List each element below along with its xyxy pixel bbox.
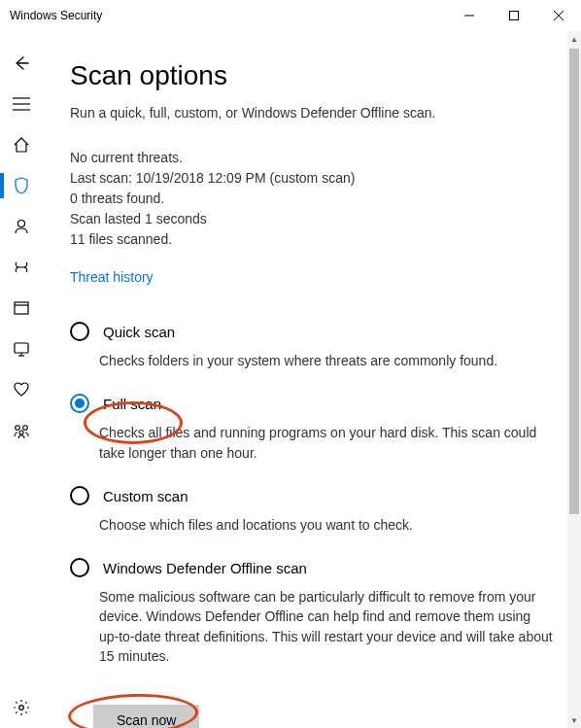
sidebar-item-app-browser[interactable]	[0, 288, 43, 329]
status-block: No current threats. Last scan: 10/19/201…	[70, 148, 554, 250]
option-label: Quick scan	[103, 322, 554, 343]
status-threats-found: 0 threats found.	[70, 189, 554, 209]
window-title: Windows Security	[10, 9, 102, 22]
sidebar-item-device-health[interactable]	[0, 369, 43, 410]
scrollbar[interactable]: ▲ ▼	[567, 31, 581, 728]
page-subtitle: Run a quick, full, custom, or Windows De…	[70, 105, 554, 121]
svg-point-15	[16, 426, 20, 431]
sidebar-item-home[interactable]	[0, 124, 43, 165]
back-button[interactable]	[0, 43, 43, 84]
svg-rect-10	[15, 302, 28, 314]
radio-custom-scan[interactable]	[70, 486, 89, 505]
sidebar-item-family[interactable]	[0, 410, 43, 451]
sidebar	[0, 31, 43, 728]
radio-offline-scan[interactable]	[70, 558, 89, 577]
sidebar-item-settings[interactable]	[0, 687, 43, 728]
svg-point-7	[18, 221, 25, 227]
window-controls	[447, 0, 581, 31]
sidebar-item-device-security[interactable]	[0, 329, 43, 369]
sidebar-item-virus-protection[interactable]	[0, 165, 43, 206]
option-desc: Checks all files and running programs on…	[99, 423, 554, 463]
svg-rect-12	[15, 343, 28, 353]
scan-now-button[interactable]: Scan now	[93, 705, 199, 728]
scan-option-quick[interactable]: Quick scan Checks folders in your system…	[70, 322, 554, 370]
radio-full-scan[interactable]	[70, 394, 89, 413]
status-files-scanned: 11 files scanned.	[70, 229, 554, 250]
svg-point-18	[19, 706, 24, 711]
radio-quick-scan[interactable]	[70, 322, 89, 341]
svg-rect-1	[510, 12, 519, 20]
option-label: Custom scan	[103, 486, 554, 507]
maximize-button[interactable]	[492, 0, 536, 31]
option-label: Windows Defender Offline scan	[103, 558, 554, 579]
status-last-scan: Last scan: 10/19/2018 12:09 PM (custom s…	[70, 168, 554, 189]
svg-point-17	[19, 431, 23, 434]
scroll-down-icon[interactable]: ▼	[567, 712, 581, 728]
scan-option-offline[interactable]: Windows Defender Offline scan Some malic…	[70, 558, 554, 666]
minimize-button[interactable]	[447, 0, 492, 31]
close-button[interactable]	[536, 0, 581, 31]
scan-option-custom[interactable]: Custom scan Choose which files and locat…	[70, 486, 554, 535]
sidebar-item-firewall[interactable]	[0, 247, 43, 288]
status-no-threats: No current threats.	[70, 148, 554, 168]
main-content: Scan options Run a quick, full, custom, …	[43, 31, 581, 728]
titlebar: Windows Security	[0, 0, 581, 31]
scan-option-full[interactable]: Full scan Checks all files and running p…	[70, 394, 554, 463]
threat-history-link[interactable]: Threat history	[70, 269, 154, 285]
option-label: Full scan	[103, 394, 554, 415]
option-desc: Choose which files and locations you wan…	[99, 515, 554, 535]
page-title: Scan options	[70, 60, 554, 91]
sidebar-item-account-protection[interactable]	[0, 206, 43, 247]
status-scan-duration: Scan lasted 1 seconds	[70, 209, 554, 229]
option-desc: Checks folders in your system where thre…	[99, 351, 554, 370]
scroll-up-icon[interactable]: ▲	[567, 31, 581, 47]
option-desc: Some malicious software can be particula…	[99, 587, 554, 666]
menu-button[interactable]	[0, 84, 43, 124]
svg-point-16	[23, 426, 28, 431]
